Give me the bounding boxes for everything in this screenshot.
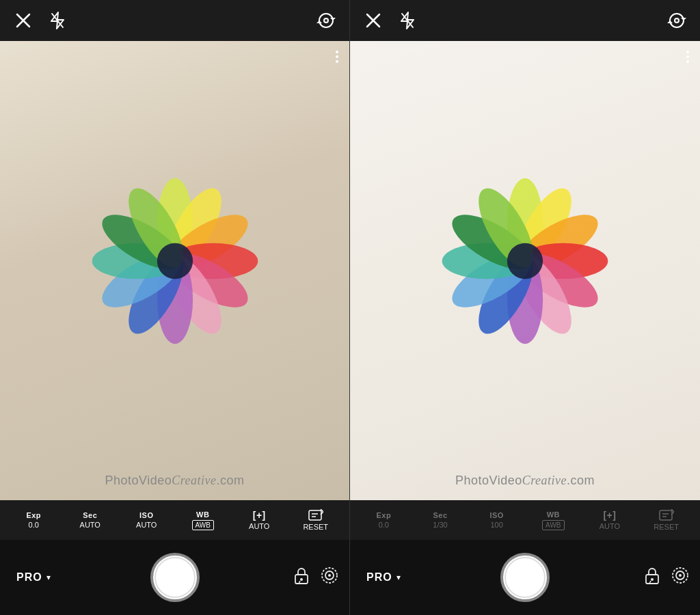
- close-button-left[interactable]: [12, 10, 34, 31]
- svg-point-59: [679, 574, 682, 577]
- shutter-button-left[interactable]: [150, 553, 200, 602]
- more-options-left[interactable]: [336, 51, 338, 63]
- sec-setting-right[interactable]: Sec 1/30: [423, 511, 457, 529]
- ev-label-left: [+]: [253, 510, 266, 521]
- svg-point-37: [675, 19, 678, 22]
- flash-off-icon-left: [50, 12, 65, 29]
- ev-label-right: [+]: [603, 510, 616, 521]
- wb-label-right: WB: [547, 510, 560, 519]
- more-dot: [336, 55, 338, 58]
- sec-value-right: 1/30: [433, 521, 447, 529]
- layers-icon-left[interactable]: [321, 566, 338, 588]
- more-options-right[interactable]: [686, 51, 689, 63]
- wb-setting-left[interactable]: WB AWB: [186, 510, 220, 530]
- watermark-left: PhotoVideoCreative.com: [105, 474, 244, 488]
- sec-label-left: Sec: [83, 511, 97, 519]
- svg-rect-51: [660, 510, 672, 520]
- svg-marker-4: [330, 18, 336, 20]
- flash-off-icon-right: [400, 12, 415, 29]
- iso-value-left: AUTO: [136, 521, 157, 529]
- bottom-icons-right: [644, 566, 689, 589]
- reset-icon-left: [308, 509, 323, 521]
- shutter-button-right[interactable]: [500, 553, 550, 602]
- ev-value-left: AUTO: [249, 522, 269, 530]
- svg-point-7: [325, 19, 327, 22]
- viewfinder-left[interactable]: PhotoVideoCreative.com: [0, 41, 349, 500]
- pro-chevron-left: ▾: [46, 573, 51, 582]
- more-dot: [686, 55, 689, 58]
- exp-label-right: Exp: [376, 511, 391, 519]
- reset-setting-right[interactable]: RESET: [649, 509, 684, 531]
- pro-chevron-right: ▾: [396, 573, 401, 582]
- svg-marker-5: [317, 20, 322, 23]
- lock-icon-right[interactable]: [644, 566, 660, 589]
- reset-value-right: RESET: [654, 523, 679, 531]
- exp-setting-right[interactable]: Exp 0.0: [366, 511, 401, 529]
- viewfinder-right[interactable]: PhotoVideoCreative.com: [350, 41, 700, 500]
- iso-label-left: ISO: [139, 511, 153, 519]
- iso-label-right: ISO: [489, 511, 503, 519]
- top-bar-right-controls: [362, 10, 418, 31]
- wb-value-right: AWB: [542, 520, 564, 530]
- close-icon-left: [16, 13, 31, 28]
- svg-point-55: [651, 578, 654, 581]
- sec-setting-left[interactable]: Sec AUTO: [73, 511, 107, 529]
- pro-label-right: PRO: [366, 571, 392, 584]
- bottom-icons-left: [293, 566, 338, 589]
- camera-panel-right: PhotoVideoCreative.com Exp 0.0 Sec 1/30 …: [350, 0, 700, 615]
- exp-label-left: Exp: [26, 511, 41, 519]
- pro-mode-button-right[interactable]: PRO ▾: [366, 571, 401, 584]
- close-icon-right: [366, 13, 381, 28]
- top-bar-left-controls: [12, 10, 68, 31]
- top-bar-left: [0, 0, 349, 41]
- svg-rect-21: [309, 510, 321, 520]
- sec-value-left: AUTO: [80, 521, 100, 529]
- rotate-camera-button-left[interactable]: [315, 10, 337, 31]
- layers-icon-right[interactable]: [671, 566, 689, 588]
- lock-icon-left[interactable]: [293, 566, 310, 589]
- more-dot: [686, 51, 689, 53]
- top-bar-right: [350, 0, 700, 41]
- flash-button-right[interactable]: [396, 10, 418, 31]
- iso-value-right: 100: [490, 521, 502, 529]
- wb-label-left: WB: [196, 510, 209, 519]
- more-dot: [686, 60, 689, 63]
- bottom-bar-left: PRO ▾: [0, 540, 349, 615]
- reset-value-left: RESET: [303, 523, 328, 531]
- svg-marker-34: [681, 18, 686, 20]
- more-dot: [336, 51, 338, 53]
- bottom-bar-right: PRO ▾: [350, 540, 700, 615]
- rotate-camera-icon-right: [667, 11, 686, 30]
- more-dot: [336, 60, 338, 63]
- iso-setting-left[interactable]: ISO AUTO: [129, 511, 163, 529]
- settings-bar-right: Exp 0.0 Sec 1/30 ISO 100 WB AWB [+] AUTO: [350, 500, 700, 540]
- wb-value-left: AWB: [192, 520, 214, 530]
- settings-bar-left: Exp 0.0 Sec AUTO ISO AUTO WB AWB [+] AUT…: [0, 500, 349, 540]
- sec-label-right: Sec: [433, 511, 447, 519]
- color-wheel-flower-right: [429, 165, 621, 357]
- pro-mode-button-left[interactable]: PRO ▾: [16, 571, 51, 584]
- pro-label-left: PRO: [16, 571, 42, 584]
- exp-value-left: 0.0: [29, 521, 39, 529]
- wb-setting-right[interactable]: WB AWB: [536, 510, 570, 530]
- watermark-right: PhotoVideoCreative.com: [455, 474, 595, 488]
- reset-icon-right: [659, 509, 674, 521]
- exp-setting-left[interactable]: Exp 0.0: [16, 511, 51, 529]
- color-wheel-flower-left: [79, 165, 271, 357]
- camera-panel-left: PhotoVideoCreative.com Exp 0.0 Sec AUTO …: [0, 0, 350, 615]
- svg-point-25: [300, 578, 303, 581]
- flash-button-left[interactable]: [46, 10, 68, 31]
- svg-point-29: [328, 574, 331, 577]
- exp-value-right: 0.0: [379, 521, 389, 529]
- rotate-camera-button-right[interactable]: [666, 10, 688, 31]
- rotate-camera-icon-left: [317, 11, 336, 30]
- svg-point-20: [157, 243, 192, 279]
- iso-setting-right[interactable]: ISO 100: [480, 511, 514, 529]
- close-button-right[interactable]: [362, 10, 384, 31]
- svg-marker-35: [667, 20, 673, 23]
- ev-value-right: AUTO: [600, 522, 620, 530]
- ev-setting-left[interactable]: [+] AUTO: [242, 510, 276, 530]
- svg-point-50: [507, 243, 543, 279]
- ev-setting-right[interactable]: [+] AUTO: [593, 510, 627, 530]
- reset-setting-left[interactable]: RESET: [299, 509, 333, 531]
